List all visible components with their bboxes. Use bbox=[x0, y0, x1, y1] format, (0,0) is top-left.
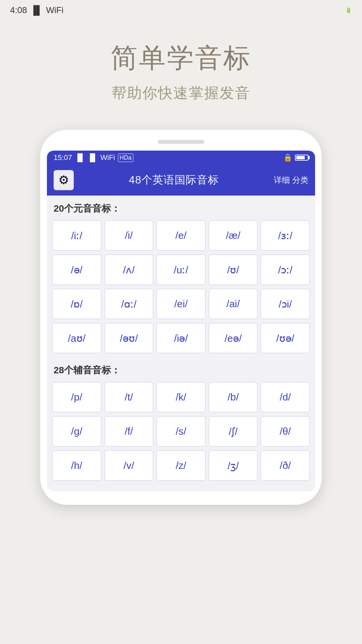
app-toolbar: ⚙ 48个英语国际音标 详细 分类 bbox=[47, 165, 315, 196]
phoneme-ie[interactable]: /iə/ bbox=[157, 323, 205, 353]
vowels-row-2: /ə/ /ʌ/ /uː/ /ʊ/ /ɔː/ bbox=[52, 255, 310, 285]
app-wifi-icon: WiFi bbox=[101, 153, 115, 162]
consonants-row-3: /h/ /v/ /z/ /ʒ/ /ð/ bbox=[52, 450, 310, 481]
phoneme-oi[interactable]: /ɔi/ bbox=[261, 289, 310, 319]
app-signal-icon: ▐▌ ▐▌ bbox=[75, 153, 98, 162]
phoneme-ea[interactable]: /eə/ bbox=[209, 323, 258, 353]
status-bar-left: 4:08 ▐▌ WiFi bbox=[10, 5, 63, 15]
app-status-left: 15:07 ▐▌ ▐▌ WiFi HDa bbox=[54, 153, 133, 162]
phoneme-f[interactable]: /f/ bbox=[105, 416, 154, 446]
phoneme-b[interactable]: /b/ bbox=[209, 382, 258, 412]
app-time: 15:07 bbox=[54, 153, 72, 162]
phoneme-upsilon[interactable]: /ʊ/ bbox=[209, 255, 258, 285]
phoneme-o[interactable]: /ɒ/ bbox=[52, 289, 101, 319]
title-section: 简单学音标 帮助你快速掌握发音 bbox=[111, 40, 251, 103]
phoneme-ai[interactable]: /ai/ bbox=[209, 289, 258, 319]
phoneme-p[interactable]: /p/ bbox=[52, 382, 101, 412]
phoneme-ue[interactable]: /ʊə/ bbox=[261, 323, 310, 353]
phoneme-t[interactable]: /t/ bbox=[105, 382, 154, 412]
vowels-row-4: /aʊ/ /əʊ/ /iə/ /eə/ /ʊə/ bbox=[52, 323, 310, 353]
phoneme-lambda[interactable]: /ʌ/ bbox=[105, 255, 154, 285]
main-title: 简单学音标 bbox=[111, 40, 251, 76]
app-lock-icon: 🔒 bbox=[283, 153, 292, 162]
app-content: 20个元音音标： /iː/ /i/ /e/ /æ/ /ɜː/ /ə/ /ʌ/ /… bbox=[47, 196, 315, 491]
phoneme-aa[interactable]: /ɑː/ bbox=[105, 289, 154, 319]
consonants-row-2: /g/ /f/ /s/ /ʃ/ /θ/ bbox=[52, 416, 310, 446]
phoneme-uu[interactable]: /uː/ bbox=[157, 255, 205, 285]
outer-battery-icon: 🔋 bbox=[345, 7, 352, 13]
phoneme-d[interactable]: /d/ bbox=[261, 382, 310, 412]
consonants-row-1: /p/ /t/ /k/ /b/ /d/ bbox=[52, 382, 310, 412]
phoneme-au[interactable]: /aʊ/ bbox=[52, 323, 101, 353]
vowels-section-title: 20个元音音标： bbox=[54, 202, 310, 215]
phoneme-z[interactable]: /z/ bbox=[157, 450, 205, 481]
app-screen: 15:07 ▐▌ ▐▌ WiFi HDa 🔒 ⚙ 48个英语国际音标 详细 分类 bbox=[47, 151, 315, 491]
phoneme-h[interactable]: /h/ bbox=[52, 450, 101, 481]
app-hd-icon: HDa bbox=[118, 154, 133, 162]
phoneme-i[interactable]: /i/ bbox=[105, 220, 154, 251]
outer-status-bar: 4:08 ▐▌ WiFi 🔋 bbox=[0, 0, 362, 20]
phoneme-k[interactable]: /k/ bbox=[157, 382, 205, 412]
vowels-row-1: /iː/ /i/ /e/ /æ/ /ɜː/ bbox=[52, 220, 310, 251]
sub-title: 帮助你快速掌握发音 bbox=[111, 83, 251, 103]
consonants-section-title: 28个辅音音标： bbox=[54, 364, 310, 377]
phoneme-sh[interactable]: /ʃ/ bbox=[209, 416, 258, 446]
section-divider bbox=[52, 357, 310, 364]
phoneme-schwa[interactable]: /ə/ bbox=[52, 255, 101, 285]
phoneme-eu[interactable]: /əʊ/ bbox=[105, 323, 154, 353]
wifi-icon: WiFi bbox=[46, 5, 63, 15]
phoneme-3[interactable]: /ɜː/ bbox=[261, 220, 310, 251]
phoneme-v[interactable]: /v/ bbox=[105, 450, 154, 481]
detail-classify-button[interactable]: 详细 分类 bbox=[274, 175, 308, 185]
phoneme-zh[interactable]: /ʒ/ bbox=[209, 450, 258, 481]
toolbar-title: 48个英语国际音标 bbox=[129, 173, 219, 187]
settings-icon[interactable]: ⚙ bbox=[54, 170, 74, 190]
phoneme-theta[interactable]: /θ/ bbox=[261, 416, 310, 446]
phoneme-g[interactable]: /g/ bbox=[52, 416, 101, 446]
phoneme-s[interactable]: /s/ bbox=[157, 416, 205, 446]
phoneme-ae[interactable]: /æ/ bbox=[209, 220, 258, 251]
vowels-row-3: /ɒ/ /ɑː/ /ei/ /ai/ /ɔi/ bbox=[52, 289, 310, 319]
phoneme-eth[interactable]: /ð/ bbox=[261, 450, 310, 481]
phoneme-e[interactable]: /e/ bbox=[157, 220, 205, 251]
time-display: 4:08 bbox=[10, 5, 27, 15]
phone-speaker bbox=[158, 140, 204, 144]
phoneme-ii[interactable]: /iː/ bbox=[52, 220, 101, 251]
phone-mockup: 15:07 ▐▌ ▐▌ WiFi HDa 🔒 ⚙ 48个英语国际音标 详细 分类 bbox=[40, 130, 322, 505]
phoneme-ou[interactable]: /ɔː/ bbox=[261, 255, 310, 285]
signal-icon: ▐▌ bbox=[31, 5, 43, 15]
app-status-right: 🔒 bbox=[283, 153, 308, 162]
phoneme-ei[interactable]: /ei/ bbox=[157, 289, 205, 319]
app-status-bar: 15:07 ▐▌ ▐▌ WiFi HDa 🔒 bbox=[47, 151, 315, 165]
app-battery-icon bbox=[295, 155, 308, 161]
status-bar-right: 🔋 bbox=[345, 7, 352, 13]
gear-symbol: ⚙ bbox=[58, 173, 69, 187]
